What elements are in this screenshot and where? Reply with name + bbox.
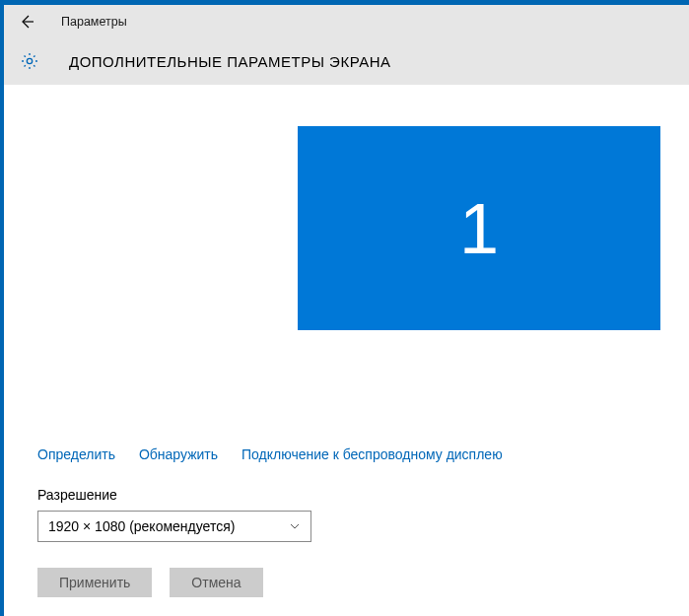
monitor-tile-1[interactable]: 1 bbox=[298, 126, 660, 330]
identify-link[interactable]: Определить bbox=[37, 446, 115, 462]
display-preview-area: 1 bbox=[37, 85, 655, 438]
window-title: Параметры bbox=[61, 15, 127, 29]
page-header: ДОПОЛНИТЕЛЬНЫЕ ПАРАМЕТРЫ ЭКРАНА bbox=[4, 37, 689, 85]
display-action-links: Определить Обнаружить Подключение к бесп… bbox=[37, 446, 503, 462]
back-arrow-icon bbox=[19, 14, 34, 30]
resolution-dropdown[interactable]: 1920 × 1080 (рекомендуется) bbox=[37, 511, 311, 542]
resolution-section: Разрешение 1920 × 1080 (рекомендуется) bbox=[37, 487, 311, 542]
chevron-down-icon bbox=[289, 520, 301, 532]
content-area: 1 Определить Обнаружить Подключение к бе… bbox=[4, 85, 689, 616]
monitor-number: 1 bbox=[459, 188, 499, 269]
cancel-button[interactable]: Отмена bbox=[170, 568, 262, 597]
resolution-label: Разрешение bbox=[37, 487, 311, 503]
back-button[interactable] bbox=[16, 11, 37, 33]
detect-link[interactable]: Обнаружить bbox=[139, 446, 218, 462]
apply-button[interactable]: Применить bbox=[37, 568, 152, 597]
wireless-display-link[interactable]: Подключение к беспроводному дисплею bbox=[241, 446, 503, 462]
titlebar: Параметры bbox=[4, 5, 689, 37]
gear-icon bbox=[20, 51, 39, 71]
svg-point-0 bbox=[27, 58, 32, 63]
resolution-value: 1920 × 1080 (рекомендуется) bbox=[48, 518, 235, 534]
page-title: ДОПОЛНИТЕЛЬНЫЕ ПАРАМЕТРЫ ЭКРАНА bbox=[69, 53, 390, 70]
action-buttons: Применить Отмена bbox=[37, 568, 263, 597]
